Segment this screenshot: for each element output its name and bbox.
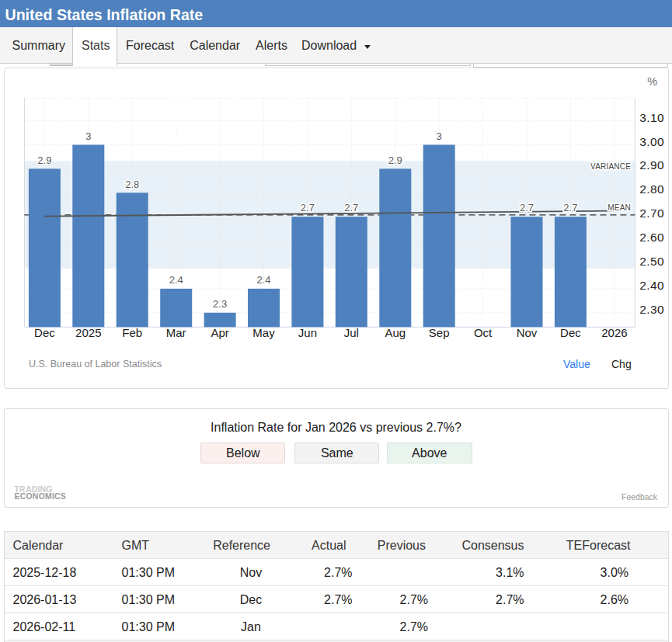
svg-text:Dec: Dec [34, 326, 55, 339]
svg-text:2.7: 2.7 [520, 202, 534, 213]
svg-text:2.70: 2.70 [639, 206, 664, 220]
svg-text:2.90: 2.90 [639, 158, 664, 172]
svg-text:Sep: Sep [429, 326, 450, 339]
svg-text:Nov: Nov [517, 326, 538, 339]
svg-text:3: 3 [437, 130, 442, 142]
svg-text:2.7: 2.7 [301, 202, 315, 213]
svg-text:2026: 2026 [601, 326, 627, 339]
svg-text:2.40: 2.40 [639, 279, 664, 292]
svg-text:Apr: Apr [211, 326, 228, 339]
svg-text:Aug: Aug [385, 326, 406, 339]
svg-text:Mar: Mar [166, 326, 186, 339]
svg-text:2.8: 2.8 [125, 179, 139, 190]
svg-text:3.00: 3.00 [639, 135, 664, 148]
svg-text:2.60: 2.60 [639, 231, 664, 244]
svg-text:2.30: 2.30 [639, 303, 664, 316]
svg-text:Jul: Jul [344, 326, 359, 339]
svg-text:2.9: 2.9 [388, 154, 402, 166]
svg-text:Chg: Chg [611, 358, 632, 370]
svg-text:2025: 2025 [75, 326, 101, 339]
svg-text:Value: Value [563, 358, 590, 370]
svg-text:2.9: 2.9 [37, 154, 51, 166]
svg-text:Feb: Feb [122, 326, 142, 339]
svg-text:U.S. Bureau of Labor Statistic: U.S. Bureau of Labor Statistics [29, 359, 162, 370]
svg-text:2.50: 2.50 [639, 255, 664, 268]
svg-text:2.4: 2.4 [169, 274, 183, 286]
svg-text:3: 3 [85, 130, 91, 142]
svg-text:May: May [252, 326, 275, 339]
svg-text:Dec: Dec [560, 326, 581, 339]
svg-text:Jun: Jun [298, 326, 317, 339]
svg-text:Oct: Oct [474, 326, 493, 339]
svg-text:3.10: 3.10 [639, 111, 664, 124]
svg-text:2.80: 2.80 [639, 182, 664, 196]
svg-text:%: % [647, 75, 657, 88]
svg-text:2.3: 2.3 [213, 298, 227, 310]
svg-text:2.7: 2.7 [563, 202, 577, 213]
svg-text:MEAN: MEAN [608, 203, 631, 212]
svg-text:2.7: 2.7 [344, 202, 358, 213]
svg-text:VARIANCE: VARIANCE [590, 162, 631, 171]
svg-text:2.4: 2.4 [256, 274, 270, 286]
